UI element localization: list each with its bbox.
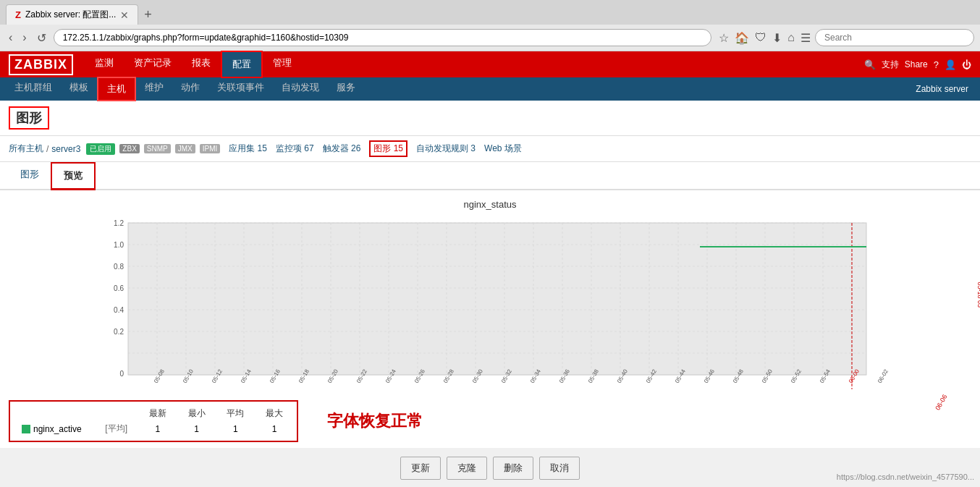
search-icon: 🔍 (864, 59, 876, 70)
breadcrumb-discovery-rules[interactable]: 自动发现规则 3 (416, 143, 476, 155)
svg-text:0: 0 (119, 370, 124, 378)
tag-zbx: ZBX (119, 144, 139, 153)
sub-nav-discovery[interactable]: 自动发现 (273, 77, 328, 101)
logout-icon[interactable]: ⏻ (962, 59, 971, 70)
legend-series-name: nginx_active (33, 424, 82, 434)
delete-button[interactable]: 删除 (493, 457, 533, 480)
nav-item-monitor[interactable]: 监测 (85, 51, 124, 78)
browser-search-input[interactable] (815, 29, 974, 46)
svg-text:0.8: 0.8 (114, 263, 124, 271)
page-title-bar: 图形 (0, 101, 980, 136)
chart-title: nginx_status (9, 199, 971, 210)
breadcrumb-web-scenarios[interactable]: Web 场景 (484, 143, 522, 155)
legend-grid: 最新 最小 平均 最大 nginx_active [平均] 1 1 1 1 (22, 407, 285, 435)
address-bar: ‹ › ↺ ☆ 🏠 🛡 ⬇ ⌂ ☰ (0, 25, 980, 51)
support-link[interactable]: 支持 (882, 59, 899, 71)
menu-icon[interactable]: ☰ (801, 31, 811, 45)
home-icon[interactable]: ⌂ (787, 31, 795, 44)
svg-text:0.4: 0.4 (114, 306, 124, 314)
sub-nav-actions[interactable]: 动作 (172, 77, 208, 101)
main-nav: 监测 资产记录 报表 配置 管理 (85, 51, 302, 78)
zabbix-icon[interactable]: 🏠 (735, 31, 749, 45)
zabbix-logo: ZABBIX (9, 54, 73, 75)
bottom-area: 最新 最小 平均 最大 nginx_active [平均] 1 1 1 1 字体… (0, 394, 980, 448)
breadcrumb-sep1: / (46, 144, 48, 154)
breadcrumb-app-sets[interactable]: 应用集 15 (229, 143, 267, 155)
share-link[interactable]: Share (905, 59, 928, 69)
nav-item-reports[interactable]: 报表 (182, 51, 221, 78)
legend-val-latest: 1 (147, 424, 169, 434)
breadcrumb-graphs[interactable]: 图形 15 (369, 140, 407, 157)
svg-text:06-02: 06-02 (876, 368, 890, 384)
svg-text:1.2: 1.2 (114, 219, 124, 227)
breadcrumb-monitor-items[interactable]: 监控项 67 (276, 143, 314, 155)
new-tab-button[interactable]: + (138, 6, 158, 24)
breadcrumb-area: 所有主机 / server3 已启用 ZBX SNMP JMX IPMI 应用集… (0, 136, 980, 162)
legend-col-avg: 平均 (224, 407, 246, 420)
cancel-button[interactable]: 取消 (539, 457, 580, 480)
forward-button[interactable]: › (20, 30, 29, 46)
shield-icon[interactable]: 🛡 (755, 31, 766, 44)
legend-val-max: 1 (263, 424, 285, 434)
tabs-bar: 图形 预览 (0, 162, 980, 190)
sub-nav-host-groups[interactable]: 主机群组 (6, 77, 61, 101)
clone-button[interactable]: 克隆 (447, 457, 487, 480)
header-search-area: 🔍 支持 Share ? 👤 ⏻ (864, 59, 971, 71)
svg-text:1.0: 1.0 (114, 241, 124, 249)
tab-close-button[interactable]: ✕ (120, 9, 129, 21)
tab-preview[interactable]: 预览 (51, 162, 96, 190)
sub-nav-items: 主机群组 模板 主机 维护 动作 关联项事件 自动发现 服务 (6, 77, 364, 101)
bookmark-icon[interactable]: ☆ (719, 31, 729, 45)
sub-nav-maintenance[interactable]: 维护 (136, 77, 172, 101)
watermark: https://blog.csdn.net/weixin_4577590... (837, 473, 974, 481)
url-input[interactable] (54, 29, 712, 46)
svg-text:0.2: 0.2 (114, 328, 124, 336)
svg-text:0.6: 0.6 (114, 284, 124, 292)
tab-bar: Z Zabbix server: 配置图... ✕ + (0, 0, 980, 25)
nav-item-config[interactable]: 配置 (221, 51, 263, 78)
action-buttons: 更新 克隆 删除 取消 (9, 457, 971, 480)
tag-snmp: SNMP (144, 144, 171, 153)
download-icon[interactable]: ⬇ (772, 31, 782, 45)
legend-col-min: 最小 (186, 407, 208, 420)
legend-color-box (22, 425, 30, 433)
nav-item-assets[interactable]: 资产记录 (124, 51, 182, 78)
chart-section: nginx_status (0, 190, 980, 394)
refresh-button[interactable]: ↺ (34, 30, 49, 46)
sub-nav-event-correlation[interactable]: 关联项事件 (208, 77, 273, 101)
sub-nav-templates[interactable]: 模板 (61, 77, 97, 101)
legend-val-avg: 1 (224, 424, 246, 434)
zabbix-header: ZABBIX 监测 资产记录 报表 配置 管理 🔍 支持 Share ? 👤 ⏻ (0, 51, 980, 77)
active-tab[interactable]: Z Zabbix server: 配置图... ✕ (6, 4, 138, 25)
svg-rect-0 (128, 223, 866, 375)
help-icon[interactable]: ? (934, 59, 939, 70)
legend-col-latest: 最新 (147, 407, 169, 420)
time-label-right: 05-18 03 (976, 281, 980, 308)
nav-item-admin[interactable]: 管理 (263, 51, 302, 78)
browser-action-icons: ☆ 🏠 🛡 ⬇ ⌂ ☰ (719, 31, 811, 45)
tag-ipmi: IPMI (200, 144, 221, 153)
legend-avg-label: [平均] (103, 423, 129, 435)
tag-jmx: JMX (175, 144, 195, 153)
sub-nav-services[interactable]: 服务 (328, 77, 364, 101)
sub-nav-hosts[interactable]: 主机 (97, 77, 136, 101)
legend-col-max: 最大 (263, 407, 285, 420)
host-status-badge: 已启用 (86, 143, 115, 155)
sub-nav: 主机群组 模板 主机 维护 动作 关联项事件 自动发现 服务 Zabbix se… (0, 77, 980, 101)
update-button[interactable]: 更新 (400, 457, 441, 480)
tab-title: Zabbix server: 配置图... (25, 9, 116, 21)
annotation-text: 字体恢复正常 (327, 410, 423, 432)
chart-svg: 1.2 1.0 0.8 0.6 0.4 0.2 0 05-08 05-10 05… (9, 216, 971, 389)
breadcrumb-host[interactable]: server3 (51, 144, 80, 154)
sub-nav-server-name: Zabbix server (916, 84, 974, 94)
legend-val-min: 1 (186, 424, 208, 434)
page-title: 图形 (9, 106, 49, 130)
breadcrumb-all-hosts[interactable]: 所有主机 (9, 143, 43, 155)
user-icon[interactable]: 👤 (945, 59, 956, 70)
tab-favicon: Z (15, 9, 21, 20)
tab-graph[interactable]: 图形 (9, 162, 51, 190)
back-button[interactable]: ‹ (6, 30, 15, 46)
chart-container: 1.2 1.0 0.8 0.6 0.4 0.2 0 05-08 05-10 05… (9, 216, 971, 391)
breadcrumb-triggers[interactable]: 触发器 26 (323, 143, 361, 155)
legend-box: 最新 最小 平均 最大 nginx_active [平均] 1 1 1 1 (9, 400, 298, 442)
